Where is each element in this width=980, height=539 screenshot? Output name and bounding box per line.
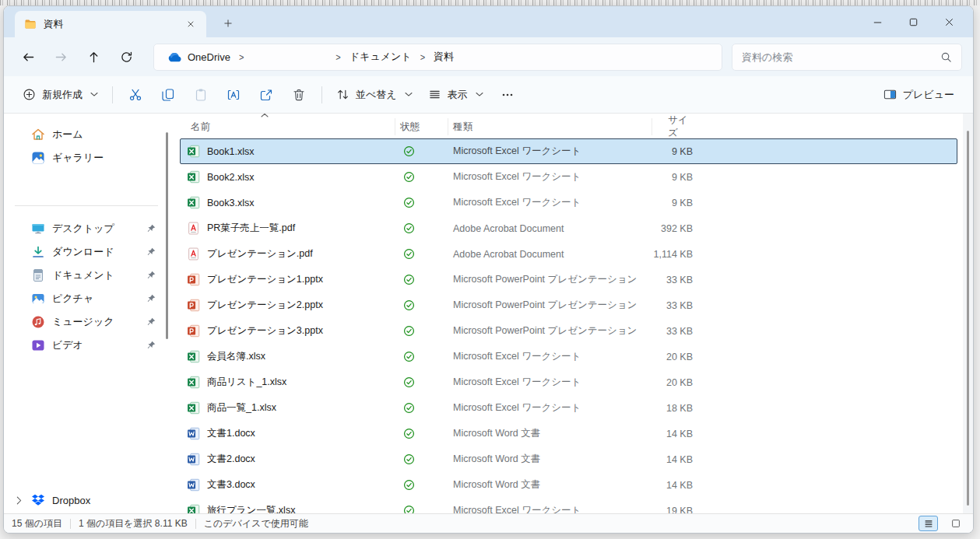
file-row[interactable]: プレゼンテーション1.pptxMicrosoft PowerPoint プレゼン… xyxy=(180,267,957,292)
gallery-icon xyxy=(31,151,45,165)
file-row[interactable]: Book3.xlsxMicrosoft Excel ワークシート9 KB xyxy=(180,190,957,215)
file-row[interactable]: 商品一覧_1.xlsxMicrosoft Excel ワークシート18 KB xyxy=(180,395,957,421)
view-button[interactable]: 表示 xyxy=(420,81,491,109)
new-tab-button[interactable] xyxy=(217,12,239,34)
file-row[interactable]: Book2.xlsxMicrosoft Excel ワークシート9 KB xyxy=(180,164,957,190)
file-status-cell xyxy=(395,222,448,234)
column-header-name[interactable]: 名前 xyxy=(180,118,395,135)
sidebar-item-dropbox[interactable]: Dropbox xyxy=(7,488,163,512)
copy-button[interactable] xyxy=(152,81,184,109)
status-synced-icon xyxy=(403,505,415,513)
status-synced-icon xyxy=(403,325,415,337)
share-button[interactable] xyxy=(250,81,283,109)
file-status-cell xyxy=(395,197,448,208)
up-button[interactable] xyxy=(80,44,107,70)
search-box xyxy=(732,44,962,71)
file-row[interactable]: プレゼンテーション2.pptxMicrosoft PowerPoint プレゼン… xyxy=(180,292,957,318)
excel-file-icon xyxy=(187,401,200,415)
cut-button[interactable] xyxy=(119,81,152,109)
breadcrumb-item-shiryo[interactable]: 資料 xyxy=(427,47,460,67)
sidebar-item-gallery[interactable]: ギャラリー xyxy=(7,146,163,170)
forward-button[interactable] xyxy=(47,44,74,70)
file-row[interactable]: 文書1.docxMicrosoft Word 文書14 KB xyxy=(180,421,957,446)
file-size: 33 KB xyxy=(652,275,696,285)
excel-file-icon xyxy=(187,504,200,513)
file-row[interactable]: プレゼンテーション3.pptxMicrosoft PowerPoint プレゼン… xyxy=(180,318,957,344)
maximize-button[interactable] xyxy=(895,6,931,37)
rename-button[interactable] xyxy=(217,81,250,109)
file-name: プレゼンテーション.pdf xyxy=(207,247,313,261)
file-size: 14 KB xyxy=(652,429,696,439)
details-view-button[interactable] xyxy=(919,516,938,531)
view-details-icon xyxy=(923,518,934,529)
tab-shiryo[interactable]: 資料 xyxy=(15,11,206,37)
refresh-button[interactable] xyxy=(113,44,139,70)
paste-button[interactable] xyxy=(184,81,217,109)
sidebar-item-indent xyxy=(13,271,24,280)
breadcrumb-chevron-icon: > xyxy=(237,51,246,62)
list-scrollbar[interactable] xyxy=(967,131,969,506)
sidebar-item-pictures[interactable]: ピクチャ xyxy=(7,287,163,310)
videos-icon xyxy=(31,338,45,352)
sort-button[interactable]: 並べ替え xyxy=(328,81,420,109)
rename-icon xyxy=(227,88,241,102)
sidebar-item-music[interactable]: ミュージック xyxy=(7,310,163,334)
column-header-status[interactable]: 状態 xyxy=(395,118,448,135)
tab-close-button[interactable] xyxy=(183,16,198,32)
sidebar-item-downloads[interactable]: ダウンロード xyxy=(7,240,163,264)
delete-button[interactable] xyxy=(283,81,315,109)
file-row[interactable]: 商品リスト_1.xlsxMicrosoft Excel ワークシート20 KB xyxy=(180,369,957,395)
sidebar-item-documents[interactable]: ドキュメント xyxy=(7,264,163,287)
minimize-button[interactable] xyxy=(859,6,895,37)
sidebar-scrollbar[interactable] xyxy=(166,132,168,339)
preview-button[interactable]: プレビュー xyxy=(876,81,962,109)
file-type: Adobe Acrobat Document xyxy=(448,223,652,234)
breadcrumb-item-documents[interactable]: ドキュメント xyxy=(343,47,418,67)
file-row[interactable]: 文書3.docxMicrosoft Word 文書14 KB xyxy=(180,472,957,498)
column-header-type[interactable]: 種類 xyxy=(448,118,652,135)
excel-file-icon xyxy=(187,170,200,184)
breadcrumb-chevron-icon: > xyxy=(333,51,342,62)
search-input[interactable] xyxy=(742,51,940,63)
file-size: 19 KB xyxy=(652,506,696,514)
sidebar-item-label: ビデオ xyxy=(52,338,139,352)
file-row[interactable]: PR菓子売上一覧.pdfAdobe Acrobat Document392 KB xyxy=(180,215,957,241)
file-type: Microsoft Word 文書 xyxy=(448,427,652,440)
maximize-icon xyxy=(908,16,919,28)
address-bar[interactable]: OneDrive>>ドキュメント>資料 xyxy=(153,44,722,71)
preview-icon xyxy=(883,88,897,101)
file-size: 14 KB xyxy=(652,480,696,491)
file-name: Book1.xlsx xyxy=(207,146,254,157)
file-row[interactable]: 会員名簿.xlsxMicrosoft Excel ワークシート20 KB xyxy=(180,344,957,369)
sidebar-item-videos[interactable]: ビデオ xyxy=(7,334,163,357)
sidebar-item-desktop[interactable]: デスクトップ xyxy=(7,217,163,240)
file-name: 文書2.docx xyxy=(207,453,255,466)
file-row[interactable]: 文書2.docxMicrosoft Word 文書14 KB xyxy=(180,446,957,472)
file-type: Microsoft PowerPoint プレゼンテーション xyxy=(448,299,652,312)
file-row[interactable]: プレゼンテーション.pdfAdobe Acrobat Document1,114… xyxy=(180,241,957,267)
file-status-cell xyxy=(395,453,448,465)
back-button[interactable] xyxy=(15,44,41,70)
sidebar-item-home[interactable]: ホーム xyxy=(7,123,163,146)
delete-icon xyxy=(292,88,306,102)
close-button[interactable] xyxy=(931,6,967,37)
sidebar-item-indent xyxy=(13,224,24,233)
sidebar-item-label: ギャラリー xyxy=(52,151,156,165)
column-header-row: 名前 状態 種類 サイズ xyxy=(180,115,957,138)
status-synced-icon xyxy=(403,171,415,183)
more-button[interactable] xyxy=(491,81,524,109)
sidebar-item-label: ホーム xyxy=(52,128,156,142)
file-name: Book2.xlsx xyxy=(207,172,254,183)
file-row[interactable]: 旅行プラン一覧.xlsxMicrosoft Excel ワークシート19 KB xyxy=(180,498,957,513)
breadcrumb-item-onedrive[interactable]: OneDrive xyxy=(160,48,237,66)
selection-summary: 1 個の項目を選択 8.11 KB xyxy=(79,517,188,530)
new-button[interactable]: 新規作成 xyxy=(15,81,106,109)
sidebar-item-label: ピクチャ xyxy=(52,292,139,306)
icons-view-button[interactable] xyxy=(946,516,965,531)
word-file-icon xyxy=(187,453,200,466)
file-row[interactable]: Book1.xlsxMicrosoft Excel ワークシート9 KB xyxy=(180,138,957,164)
breadcrumb-label: OneDrive xyxy=(188,51,230,63)
preview-button-label: プレビュー xyxy=(903,88,954,102)
word-file-icon xyxy=(187,427,200,440)
column-header-size[interactable]: サイズ xyxy=(652,118,695,135)
